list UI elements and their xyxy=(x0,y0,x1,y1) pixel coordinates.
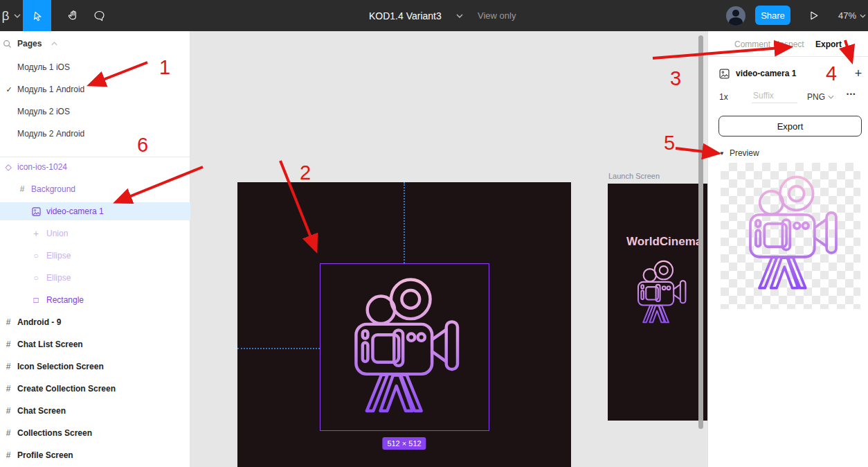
frame-hash-icon: # xyxy=(3,339,14,350)
frame-hash-icon: # xyxy=(3,428,14,439)
measure-guide-horizontal xyxy=(237,348,320,349)
measure-guide-vertical xyxy=(404,182,405,263)
image-icon xyxy=(30,206,42,217)
selection-outline[interactable] xyxy=(320,263,489,431)
play-icon xyxy=(808,10,820,21)
comment-bubble-icon xyxy=(93,9,106,22)
ellipsis-icon: ••• xyxy=(847,91,856,98)
frame-hash-icon: # xyxy=(3,405,14,416)
cursor-arrow-icon xyxy=(31,10,44,22)
export-scale-value[interactable]: 1x xyxy=(719,92,728,102)
present-button[interactable] xyxy=(802,0,825,31)
suffix-input[interactable] xyxy=(752,89,797,103)
export-asset-name: video-camera 1 xyxy=(736,69,796,78)
frame-row[interactable]: # Android - 9 xyxy=(0,313,190,331)
export-preview-thumbnail xyxy=(721,163,860,309)
frame-row[interactable]: # Create Collection Screen xyxy=(0,380,190,398)
ellipse-icon: ○ xyxy=(30,272,42,283)
zoom-level-control[interactable]: 47% xyxy=(836,0,868,31)
zoom-level-value: 47% xyxy=(838,10,856,21)
pages-header-row[interactable]: Pages xyxy=(0,35,190,53)
checkmark-icon: ✓ xyxy=(3,84,15,95)
frame-row[interactable]: # Chat List Screen xyxy=(0,335,190,353)
view-only-badge: View only xyxy=(478,0,516,31)
export-asset-row[interactable]: video-camera 1 xyxy=(719,64,858,82)
frame-row[interactable]: # Icon Selection Screen xyxy=(0,358,190,376)
ellipse-icon: ○ xyxy=(30,250,42,261)
layer-row-frame[interactable]: # Background xyxy=(0,180,190,198)
launch-screen-artboard[interactable]: WorldCinema xyxy=(608,184,707,421)
format-value: PNG xyxy=(807,92,825,102)
layer-row-ellipse[interactable]: ○ Ellipse xyxy=(0,269,190,287)
tab-inspect[interactable]: Inspect xyxy=(777,31,804,57)
pages-header-label: Pages xyxy=(17,39,42,49)
user-avatar[interactable] xyxy=(725,0,746,31)
layer-row-union[interactable]: + Union xyxy=(0,224,190,243)
vertical-scrollbar[interactable] xyxy=(698,35,703,429)
frame-hash-icon: # xyxy=(3,317,14,328)
main-menu-chevron-icon[interactable] xyxy=(12,0,23,31)
panel-tabs: Comment Inspect Export xyxy=(708,31,868,57)
export-options-more-button[interactable]: ••• xyxy=(847,91,856,98)
preview-header-label: Preview xyxy=(730,148,759,158)
search-icon[interactable] xyxy=(1,38,12,49)
rectangle-icon: □ xyxy=(30,294,42,306)
frame-row[interactable]: # Chat Screen xyxy=(0,402,190,420)
chevron-up-icon xyxy=(48,38,60,49)
document-title-chevron-icon[interactable] xyxy=(454,0,465,31)
app-title-text: WorldCinema xyxy=(626,235,702,249)
component-icon: ◇ xyxy=(3,161,14,173)
frame-row[interactable]: # Collections Screen xyxy=(0,424,190,442)
layers-sidebar: Pages Модуль 1 iOS ✓ Модуль 1 Android Мо… xyxy=(0,31,190,467)
tab-comment[interactable]: Comment xyxy=(734,31,770,57)
share-button[interactable]: Share xyxy=(755,6,790,25)
hand-tool-button[interactable] xyxy=(61,0,84,31)
layer-row-component[interactable]: ◇ icon-ios-1024 xyxy=(0,158,190,176)
comment-tool-button[interactable] xyxy=(87,0,111,31)
frame-hash-icon: # xyxy=(3,383,14,394)
page-item[interactable]: Модуль 2 Android xyxy=(0,125,190,143)
triangle-down-icon: ▼ xyxy=(719,150,725,157)
document-title[interactable]: KOD1.4 Variant3 xyxy=(369,0,442,31)
video-camera-preview-graphic xyxy=(730,168,851,295)
launch-screen-frame-label[interactable]: Launch Screen xyxy=(608,172,660,180)
chevron-down-icon xyxy=(828,95,834,99)
format-dropdown[interactable]: PNG xyxy=(807,92,834,102)
canvas-viewport[interactable]: 512 × 512 Launch Screen WorldCinema xyxy=(191,31,707,467)
top-toolbar: β KOD1.4 Variant3 View only Share 47% xyxy=(0,0,868,31)
preview-section-header[interactable]: ▼ Preview xyxy=(719,148,759,158)
frame-hash-icon: # xyxy=(3,361,14,372)
layer-row-selected[interactable]: video-camera 1 xyxy=(0,202,190,220)
frame-hash-icon: # xyxy=(17,184,28,195)
export-panel: Comment Inspect Export video-camera 1 + … xyxy=(707,31,868,467)
video-camera-graphic-small xyxy=(627,256,694,326)
layer-row-rectangle[interactable]: □ Rectangle xyxy=(0,291,190,309)
add-export-setting-button[interactable]: + xyxy=(851,64,866,82)
plus-icon: + xyxy=(855,67,862,81)
image-icon xyxy=(719,69,730,79)
page-item-active[interactable]: ✓ Модуль 1 Android xyxy=(0,80,190,98)
sidebar-divider xyxy=(0,157,190,157)
tab-export[interactable]: Export xyxy=(815,31,842,57)
page-item[interactable]: Модуль 1 iOS xyxy=(0,58,190,76)
selection-size-badge: 512 × 512 xyxy=(382,437,426,450)
page-item[interactable]: Модуль 2 iOS xyxy=(0,103,190,121)
chevron-down-icon xyxy=(860,14,866,18)
move-tool-button[interactable] xyxy=(23,0,51,31)
hand-icon xyxy=(66,9,80,22)
layer-row-ellipse[interactable]: ○ Ellipse xyxy=(0,247,190,265)
frame-hash-icon: # xyxy=(3,450,14,461)
frame-row[interactable]: # Profile Screen xyxy=(0,446,190,464)
union-plus-icon: + xyxy=(30,228,42,239)
export-button[interactable]: Export xyxy=(718,116,862,136)
